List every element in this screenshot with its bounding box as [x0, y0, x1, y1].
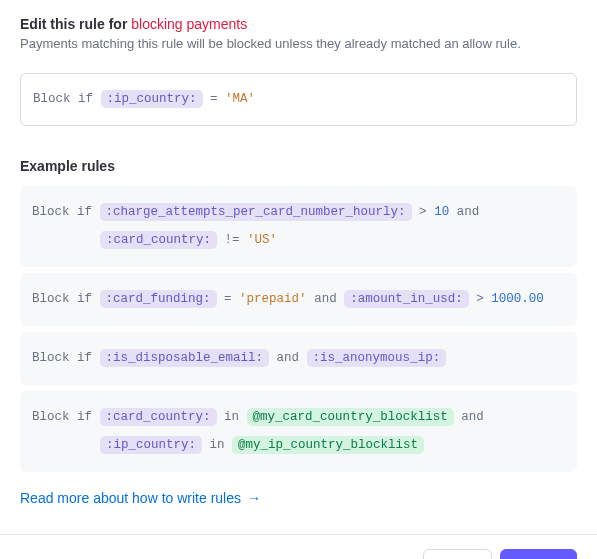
test-rule-button[interactable]: Test rule	[500, 549, 577, 559]
example-rule: Block if :charge_attempts_per_card_numbe…	[20, 186, 577, 268]
title-highlight: blocking payments	[131, 16, 247, 32]
list-card-country-blocklist: @my_card_country_blocklist	[247, 408, 454, 426]
value-us: 'US'	[247, 233, 277, 247]
keyword-and: and	[461, 410, 484, 424]
example-rule: Block if :card_funding: = 'prepaid' and …	[20, 273, 577, 326]
variable-amount: :amount_in_usd:	[344, 290, 469, 308]
example-rule: Block if :is_disposable_email: and :is_a…	[20, 332, 577, 385]
keyword-in: in	[224, 410, 239, 424]
keyword-block-if: Block if	[32, 351, 92, 365]
operator-gt: >	[419, 205, 427, 219]
keyword-and: and	[277, 351, 300, 365]
variable-ip-country: :ip_country:	[100, 436, 202, 454]
keyword-in: in	[210, 438, 225, 452]
variable-card-country: :card_country:	[100, 408, 217, 426]
rule-editor[interactable]: Block if :ip_country: = 'MA'	[20, 73, 577, 126]
operator-neq: !=	[225, 233, 240, 247]
keyword-block-if: Block if	[32, 292, 92, 306]
keyword-block-if: Block if	[32, 205, 92, 219]
list-ip-country-blocklist: @my_ip_country_blocklist	[232, 436, 424, 454]
example-rule: Block if :card_country: in @my_card_coun…	[20, 391, 577, 473]
title-prefix: Edit this rule for	[20, 16, 131, 32]
example-rules-list: Block if :charge_attempts_per_card_numbe…	[20, 186, 577, 473]
read-more-link[interactable]: Read more about how to write rules →	[20, 490, 261, 506]
operator-gt: >	[476, 292, 484, 306]
footer: Cancel Test rule	[0, 534, 597, 559]
value-ma: 'MA'	[225, 92, 255, 106]
variable-ip-country: :ip_country:	[101, 90, 203, 108]
keyword-block-if: Block if	[33, 92, 93, 106]
variable-card-country: :card_country:	[100, 231, 217, 249]
keyword-and: and	[314, 292, 337, 306]
read-more-label: Read more about how to write rules	[20, 490, 241, 506]
example-rules-title: Example rules	[20, 158, 577, 174]
keyword-and: and	[457, 205, 480, 219]
keyword-block-if: Block if	[32, 410, 92, 424]
variable-anonymous-ip: :is_anonymous_ip:	[307, 349, 447, 367]
cancel-button[interactable]: Cancel	[423, 549, 491, 559]
value-10: 10	[434, 205, 449, 219]
operator-eq: =	[210, 92, 218, 106]
header: Edit this rule for blocking payments Pay…	[20, 16, 577, 51]
operator-eq: =	[224, 292, 232, 306]
page-description: Payments matching this rule will be bloc…	[20, 36, 577, 51]
value-prepaid: 'prepaid'	[239, 292, 307, 306]
variable-charge-attempts: :charge_attempts_per_card_number_hourly:	[100, 203, 412, 221]
arrow-right-icon: →	[247, 490, 261, 506]
variable-disposable-email: :is_disposable_email:	[100, 349, 270, 367]
variable-card-funding: :card_funding:	[100, 290, 217, 308]
page-title: Edit this rule for blocking payments	[20, 16, 577, 32]
value-1000: 1000.00	[491, 292, 544, 306]
